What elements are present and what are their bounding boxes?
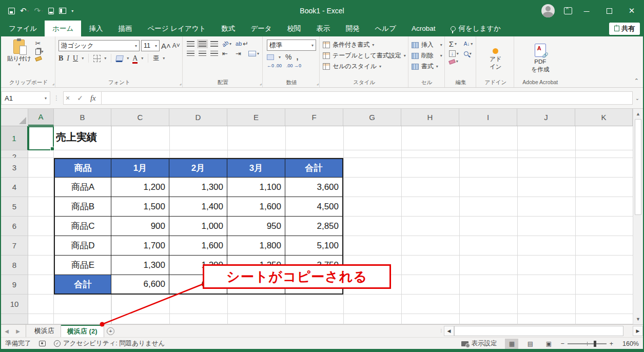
find-select-button[interactable]: ▾ <box>464 51 473 56</box>
table-cell[interactable]: 1,700 <box>111 236 169 256</box>
increase-font-button[interactable]: A˄ <box>161 42 171 50</box>
tab-split-handle[interactable]: ⁞ <box>438 325 444 337</box>
align-left-button[interactable] <box>187 51 194 56</box>
insert-cells-button[interactable]: 挿入▾ <box>412 40 442 50</box>
column-header-d[interactable]: D <box>169 109 227 126</box>
row-header-10[interactable]: 10 <box>1 295 28 314</box>
format-cells-button[interactable]: 書式▾ <box>412 61 442 72</box>
bold-button[interactable]: B <box>58 54 63 63</box>
decrease-indent-button[interactable]: ⇤ <box>222 50 231 57</box>
table-header-jan[interactable]: 1月 <box>111 158 169 178</box>
cell-a2[interactable] <box>28 150 54 158</box>
table-cell[interactable]: 3,600 <box>285 178 343 197</box>
number-format-combo[interactable]: 標準▾ <box>267 40 316 51</box>
clear-button[interactable]: ▾ <box>449 60 459 64</box>
tab-view[interactable]: 表示 <box>309 21 338 36</box>
name-box-dropdown-icon[interactable]: ▾ <box>45 96 47 101</box>
minimize-button[interactable]: ─ <box>575 1 598 21</box>
table-cell[interactable]: 2,850 <box>285 217 343 236</box>
cell-a9[interactable] <box>28 275 54 295</box>
tell-me-box[interactable]: 何をしますか <box>443 21 509 36</box>
borders-dropdown-icon[interactable]: ▾ <box>104 56 106 61</box>
select-all-button[interactable] <box>1 109 28 126</box>
tab-acrobat[interactable]: Acrobat <box>404 21 443 36</box>
paste-button[interactable]: 貼り付け ▾ <box>4 38 34 68</box>
alignment-dialog-launcher-icon[interactable]: ⌟ <box>260 81 262 86</box>
cell-a10[interactable] <box>28 295 54 314</box>
merge-center-button[interactable] <box>248 51 256 56</box>
new-sheet-button[interactable]: + <box>104 325 118 337</box>
row-header-5[interactable]: 5 <box>1 197 28 217</box>
column-header-a[interactable]: A <box>28 109 54 126</box>
column-header-j[interactable]: J <box>517 109 575 126</box>
cancel-entry-icon[interactable]: × <box>66 94 70 102</box>
table-cell[interactable]: 商品A <box>54 178 111 197</box>
undo-dropdown-icon[interactable]: ▾ <box>27 9 29 13</box>
cell-a7[interactable] <box>28 236 54 256</box>
align-top-button[interactable] <box>187 41 194 47</box>
tab-insert[interactable]: 挿入 <box>81 21 110 36</box>
hscroll-left-icon[interactable]: ◀ <box>444 326 454 336</box>
sheet-nav-left-icon[interactable]: ◀ <box>1 325 12 337</box>
autosum-button[interactable]: Σ▾ <box>449 40 459 48</box>
row-header-11[interactable] <box>1 314 28 324</box>
zoom-percentage[interactable]: 160% <box>618 340 639 347</box>
maximize-button[interactable] <box>598 1 620 21</box>
display-settings-button[interactable]: 表示設定 <box>461 339 497 348</box>
column-header-e[interactable]: E <box>227 109 285 126</box>
insert-function-icon[interactable]: fx <box>90 94 96 103</box>
copy-button[interactable]: ▾ <box>35 49 44 55</box>
customize-qat-icon[interactable]: ▾ <box>71 9 73 13</box>
table-cell[interactable]: 5,100 <box>285 236 343 256</box>
sheet-nav-right-icon[interactable]: ▶ <box>12 325 24 337</box>
phonetic-dropdown-icon[interactable]: ▾ <box>163 56 165 61</box>
increase-decimal-button[interactable]: ←0 .00 <box>267 63 282 68</box>
font-color-dropdown-icon[interactable]: ▾ <box>141 56 143 61</box>
fill-color-button[interactable] <box>115 55 124 62</box>
table-cell[interactable]: 1,600 <box>169 236 227 256</box>
collapse-ribbon-icon[interactable]: ⌃ <box>634 77 639 84</box>
table-cell[interactable]: 4,500 <box>285 197 343 217</box>
cell-a6[interactable] <box>28 217 54 236</box>
delete-cells-button[interactable]: 削除▾ <box>412 50 442 61</box>
formula-bar-splitter[interactable]: ⋮ <box>50 94 63 102</box>
empty-cells[interactable] <box>343 158 633 178</box>
table-header-product[interactable]: 商品 <box>54 158 111 178</box>
cell-a11[interactable] <box>28 314 54 324</box>
tab-formulas[interactable]: 数式 <box>213 21 243 36</box>
phonetic-button[interactable]: 亜 <box>153 54 159 63</box>
zoom-slider[interactable] <box>568 343 607 344</box>
empty-cells[interactable] <box>343 236 633 256</box>
cell-a5[interactable] <box>28 197 54 217</box>
table-cell[interactable]: 1,400 <box>169 197 227 217</box>
table-total-label[interactable]: 合計 <box>54 275 111 295</box>
name-box[interactable]: A1 ▾ <box>1 91 50 105</box>
table-cell[interactable]: 1,200 <box>111 178 169 197</box>
font-color-button[interactable]: A <box>132 54 138 63</box>
close-button[interactable]: ✕ <box>620 1 643 21</box>
tab-draw[interactable]: 描画 <box>110 21 140 36</box>
table-cell[interactable]: 1,100 <box>227 178 285 197</box>
row-header-8[interactable]: 8 <box>1 256 28 275</box>
cell-a4[interactable] <box>28 178 54 197</box>
ribbon-display-options-icon[interactable] <box>564 7 572 14</box>
cell-styles-button[interactable]: セルのスタイル▾ <box>323 61 406 72</box>
vertical-scroll-thumb[interactable] <box>635 119 641 215</box>
row-header-1[interactable]: 1 <box>1 126 28 150</box>
orientation-button[interactable]: ab▾ <box>222 41 231 47</box>
table-cell[interactable]: 6,600 <box>111 275 169 295</box>
page-break-view-button[interactable]: ▣ <box>542 339 555 349</box>
borders-button[interactable] <box>93 55 101 62</box>
column-header-c[interactable]: C <box>111 109 169 126</box>
align-bottom-button[interactable] <box>210 41 218 47</box>
column-header-k[interactable]: K <box>575 109 633 126</box>
form-view-icon[interactable] <box>59 8 66 14</box>
column-header-h[interactable]: H <box>401 109 459 126</box>
format-painter-button[interactable] <box>35 57 44 61</box>
cell-a3[interactable] <box>28 158 54 178</box>
row-header-3[interactable]: 3 <box>1 158 28 178</box>
sheet-tab-yokohama[interactable]: 横浜店 <box>28 325 61 337</box>
font-name-combo[interactable]: 游ゴシック▾ <box>58 40 140 51</box>
normal-view-button[interactable]: ▦ <box>505 339 518 349</box>
empty-cells[interactable] <box>343 197 633 217</box>
